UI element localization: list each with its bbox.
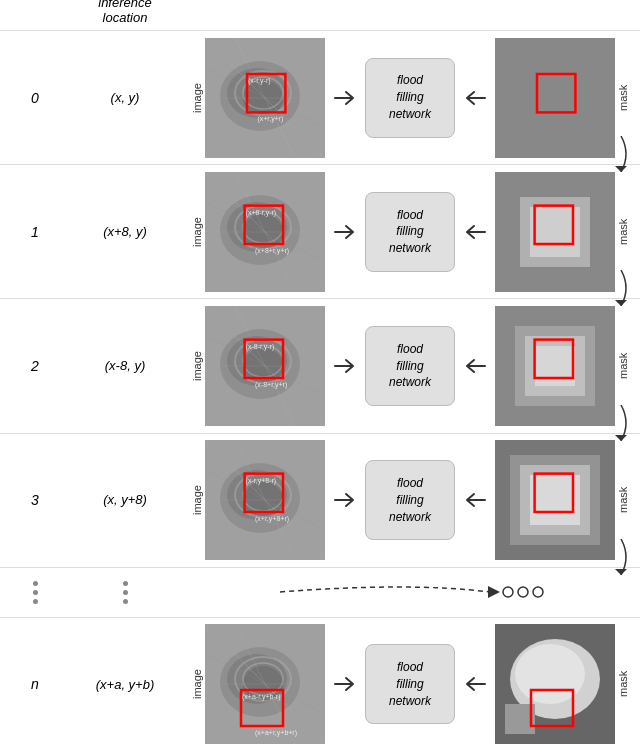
mask-image — [495, 172, 615, 292]
ffn-box: floodfillingnetwork — [365, 326, 455, 406]
io-cell: image (x+a-r,y+b-r) (x+a+r,y+b+r) floodf… — [180, 618, 640, 751]
io-area: image (x-r,y+8-r) (x+r,y+8+r) floodfilli… — [184, 440, 636, 561]
svg-text:(x+8-r,y-r): (x+8-r,y-r) — [246, 208, 277, 216]
ffn-box: floodfillingnetwork — [365, 460, 455, 540]
svg-text:(x+8+r,y+r): (x+8+r,y+r) — [255, 247, 289, 255]
svg-text:(x+r,y+8+r): (x+r,y+8+r) — [255, 515, 289, 523]
dot — [123, 581, 128, 586]
mask-image — [495, 624, 615, 744]
image-wrapper: image (x+8-r,y-r) (x+8+r,y+r) — [191, 172, 325, 292]
arrow-right-icon — [333, 490, 357, 510]
svg-marker-71 — [615, 569, 627, 575]
ffn-box: floodfillingnetwork — [365, 644, 455, 724]
arrow-left-icon — [463, 222, 487, 242]
brain-image: (x+8-r,y-r) (x+8+r,y+r) — [205, 172, 325, 292]
row-connector-arrow — [606, 405, 636, 445]
brain-image: (x+a-r,y+b-r) (x+a+r,y+b+r) — [205, 624, 325, 744]
svg-rect-13 — [495, 38, 615, 158]
svg-point-75 — [533, 587, 543, 597]
connector-svg — [606, 136, 636, 172]
header-row: inferencelocation — [0, 0, 640, 30]
image-label: image — [191, 38, 203, 158]
io-area: image (x-r,y-r) (x+r,y+r) floodfillingne… — [184, 37, 636, 158]
brain-image: (x-8-r,y-r) (x-8+r,y+r) — [205, 306, 325, 426]
ffn-box: floodfillingnetwork — [365, 58, 455, 138]
iteration-row-n: n(x+a, y+b)image (x+a-r,y+b-r) (x+a+r,y+… — [0, 617, 640, 751]
brain-image: (x-r,y-r) (x+r,y+r) — [205, 38, 325, 158]
io-cell: image (x+8-r,y-r) (x+8+r,y+r) floodfilli… — [180, 165, 640, 298]
svg-text:(x+a+r,y+b+r): (x+a+r,y+b+r) — [255, 729, 297, 737]
svg-point-91 — [515, 644, 585, 704]
svg-marker-52 — [615, 435, 627, 441]
io-cell: image (x-8-r,y-r) (x-8+r,y+r) floodfilli… — [180, 299, 640, 432]
io-cell: image (x-r,y-r) (x+r,y+r) floodfillingne… — [180, 31, 640, 164]
svg-point-74 — [518, 587, 528, 597]
iteration-row-3: 3(x, y+8)image (x-r,y+8-r) (x+r,y+8+r) f… — [0, 433, 640, 567]
io-cell: image (x-r,y+8-r) (x+r,y+8+r) floodfilli… — [180, 434, 640, 567]
image-label: image — [191, 172, 203, 292]
svg-text:(x-r,y+8-r): (x-r,y+8-r) — [246, 477, 277, 485]
iteration-row-0: 0(x, y)image (x-r,y-r) (x+r,y+r) floodfi… — [0, 30, 640, 164]
svg-point-73 — [503, 587, 513, 597]
io-area: image (x+a-r,y+b-r) (x+a+r,y+b+r) floodf… — [184, 624, 636, 745]
image-wrapper: image (x+a-r,y+b-r) (x+a+r,y+b+r) — [191, 624, 325, 744]
image-wrapper: image (x-r,y-r) (x+r,y+r) — [191, 38, 325, 158]
row-connector-arrow — [606, 136, 636, 176]
dot — [33, 581, 38, 586]
inference-location: (x, y) — [70, 88, 180, 108]
image-wrapper: image (x-8-r,y-r) (x-8+r,y+r) — [191, 306, 325, 426]
arrow-right-icon — [333, 356, 357, 376]
mask-wrapper: mask — [495, 624, 629, 744]
inference-location: (x+a, y+b) — [70, 675, 180, 695]
image-label: image — [191, 624, 203, 744]
rows-container: 0(x, y)image (x-r,y-r) (x+r,y+r) floodfi… — [0, 30, 640, 751]
row-connector-arrow — [606, 539, 636, 579]
arrow-left-icon — [463, 490, 487, 510]
svg-marker-72 — [488, 586, 500, 598]
svg-text:(x-8-r,y-r): (x-8-r,y-r) — [246, 343, 275, 351]
iteration-row-2: 2(x-8, y)image (x-8-r,y-r) (x-8+r,y+r) f… — [0, 298, 640, 432]
io-area: image (x+8-r,y-r) (x+8+r,y+r) floodfilli… — [184, 171, 636, 292]
svg-marker-33 — [615, 300, 627, 306]
svg-text:(x+a-r,y+b-r): (x+a-r,y+b-r) — [242, 693, 281, 701]
arrow-left-icon — [463, 674, 487, 694]
arrow-right-icon — [333, 88, 357, 108]
svg-rect-50 — [535, 346, 575, 386]
arrow-left-icon — [463, 88, 487, 108]
dots-iteration — [0, 581, 70, 604]
inference-location: (x, y+8) — [70, 490, 180, 510]
dot — [33, 599, 38, 604]
iteration-label: 2 — [0, 358, 70, 374]
connector-svg — [606, 539, 636, 575]
row-connector-arrow — [606, 270, 636, 310]
dot — [123, 590, 128, 595]
dot — [123, 599, 128, 604]
image-wrapper: image (x-r,y+8-r) (x+r,y+8+r) — [191, 440, 325, 560]
dots-inference — [70, 581, 180, 604]
brain-image: (x-r,y+8-r) (x+r,y+8+r) — [205, 440, 325, 560]
svg-text:(x-8+r,y+r): (x-8+r,y+r) — [255, 381, 287, 389]
mask-label: mask — [617, 624, 629, 744]
svg-text:(x-r,y-r): (x-r,y-r) — [248, 77, 271, 85]
iteration-row-1: 1(x+8, y)image (x+8-r,y-r) (x+8+r,y+r) f… — [0, 164, 640, 298]
mask-image — [495, 306, 615, 426]
dot — [33, 590, 38, 595]
iteration-label: n — [0, 676, 70, 692]
mask-image — [495, 440, 615, 560]
connector-svg — [606, 405, 636, 441]
arrow-right-icon — [333, 222, 357, 242]
mask-image — [495, 38, 615, 158]
connector-svg — [606, 270, 636, 306]
inference-location: (x-8, y) — [70, 356, 180, 376]
arrow-right-icon — [333, 674, 357, 694]
ffn-box: floodfillingnetwork — [365, 192, 455, 272]
dots-row — [0, 567, 640, 617]
iteration-label: 0 — [0, 90, 70, 106]
inference-header: inferencelocation — [70, 0, 180, 26]
inference-location: (x+8, y) — [70, 222, 180, 242]
iteration-label: 3 — [0, 492, 70, 508]
dashed-arrow-svg — [260, 572, 560, 612]
main-container: inferencelocation 0(x, y)image (x-r,y-r)… — [0, 0, 640, 751]
svg-text:(x+r,y+r): (x+r,y+r) — [257, 115, 283, 123]
io-area: image (x-8-r,y-r) (x-8+r,y+r) floodfilli… — [184, 305, 636, 426]
